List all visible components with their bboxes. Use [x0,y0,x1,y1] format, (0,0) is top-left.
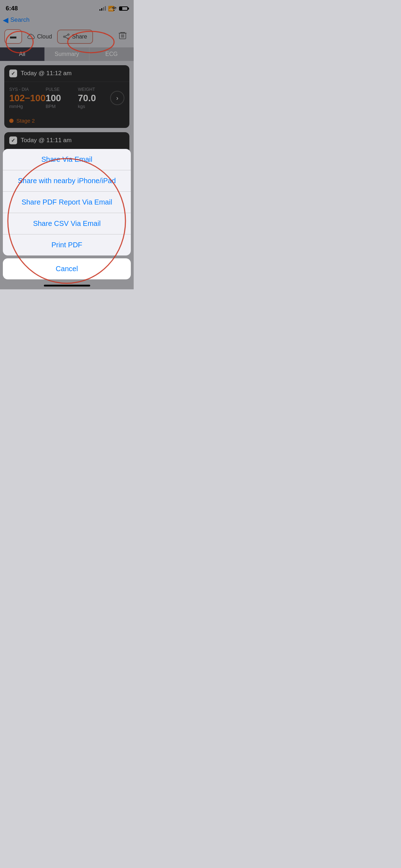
action-sheet-main: Share Via Email Share with nearby iPhone… [3,149,131,255]
share-via-email-button[interactable]: Share Via Email [3,149,131,170]
action-sheet: Share Via Email Share with nearby iPhone… [0,149,134,289]
share-csv-email-button[interactable]: Share CSV Via Email [3,213,131,234]
action-sheet-cancel: Cancel [3,258,131,279]
cancel-button[interactable]: Cancel [3,258,131,279]
share-nearby-button[interactable]: Share with nearby iPhone/iPad [3,170,131,192]
home-indicator [44,285,90,286]
print-pdf-button[interactable]: Print PDF [3,234,131,255]
share-pdf-email-button[interactable]: Share PDF Report Via Email [3,192,131,213]
